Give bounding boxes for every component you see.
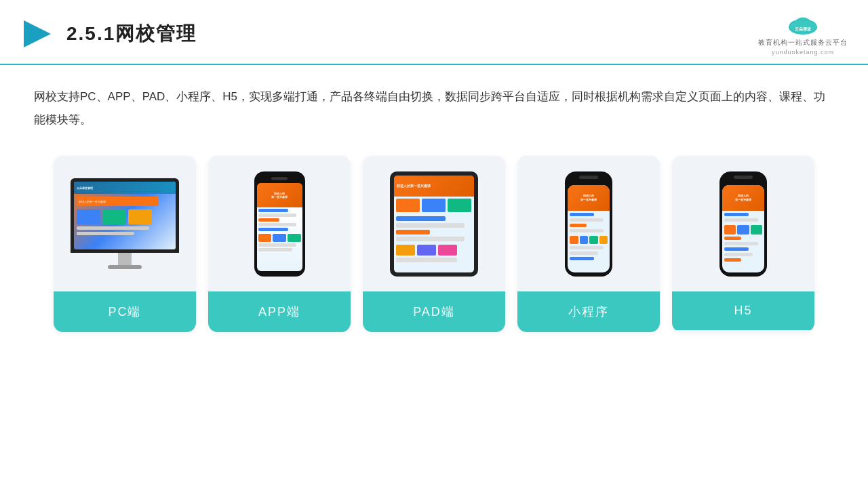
card-app-label: APP端 <box>208 291 351 332</box>
phone-notch <box>271 177 288 180</box>
tablet-body <box>394 197 474 264</box>
logo-subtitle: 教育机构一站式服务云平台 <box>758 38 848 47</box>
tablet-header-text: 职进人的第一堂兴趣课 <box>397 184 431 188</box>
logo-url: yunduoketang.com <box>772 49 834 56</box>
description: 网校支持PC、APP、PAD、小程序、H5，实现多端打通，产品各终端自由切换，数… <box>34 85 834 131</box>
pc-monitor: 云朵课堂管理 职进人的第一堂兴趣课 <box>71 178 179 269</box>
app-phone: 职进人的第一堂兴趣课 <box>254 171 305 277</box>
phone-screen: 职进人的第一堂兴趣课 <box>257 183 302 271</box>
tablet-header: 职进人的第一堂兴趣课 <box>394 176 474 197</box>
h5-phone: 职进人的第一堂兴趣课 <box>719 171 767 277</box>
tablet-mockup: 职进人的第一堂兴趣课 <box>390 171 478 277</box>
page-title: 2.5.1网校管理 <box>66 21 197 47</box>
miniapp-notch <box>579 176 598 179</box>
tablet-screen: 职进人的第一堂兴趣课 <box>394 176 474 272</box>
card-pc: 云朵课堂管理 职进人的第一堂兴趣课 <box>54 156 196 332</box>
h5-notch <box>734 176 753 179</box>
cards-row: 云朵课堂管理 职进人的第一堂兴趣课 <box>34 156 834 332</box>
card-h5: 职进人的第一堂兴趣课 <box>672 156 814 332</box>
logo-icon: 云朵课堂 <box>783 12 823 37</box>
card-miniapp: 职进人的第一堂兴趣课 <box>517 156 660 332</box>
h5-screen-header: 职进人的第一堂兴趣课 <box>722 185 764 211</box>
miniapp-screen: 职进人的第一堂兴趣课 <box>568 185 610 272</box>
content: 网校支持PC、APP、PAD、小程序、H5，实现多端打通，产品各终端自由切换，数… <box>0 65 868 346</box>
header: 2.5.1网校管理 云朵课堂 教育机构一站式服务云平台 yunduoketang… <box>0 0 868 65</box>
h5-header-text: 职进人的第一堂兴趣课 <box>735 194 751 201</box>
phone-header-text: 职进人的第一堂兴趣课 <box>271 192 288 199</box>
card-pc-image: 云朵课堂管理 职进人的第一堂兴趣课 <box>54 156 196 291</box>
miniapp-screen-header: 职进人的第一堂兴趣课 <box>568 185 610 211</box>
card-h5-label: H5 <box>672 291 814 330</box>
header-left: 2.5.1网校管理 <box>20 17 197 51</box>
miniapp-phone: 职进人的第一堂兴趣课 <box>565 171 612 277</box>
h5-screen: 职进人的第一堂兴趣课 <box>722 185 764 272</box>
card-h5-image: 职进人的第一堂兴趣课 <box>672 156 814 291</box>
svg-marker-0 <box>24 20 51 47</box>
phone-screen-body <box>257 207 302 253</box>
miniapp-header-text: 职进人的第一堂兴趣课 <box>580 194 597 201</box>
card-pad-image: 职进人的第一堂兴趣课 <box>363 156 505 291</box>
card-miniapp-image: 职进人的第一堂兴趣课 <box>517 156 660 291</box>
play-icon <box>20 17 54 51</box>
svg-text:云朵课堂: 云朵课堂 <box>795 26 812 31</box>
miniapp-screen-body <box>568 211 610 262</box>
card-pc-label: PC端 <box>54 291 196 332</box>
card-app-image: 职进人的第一堂兴趣课 <box>208 156 351 291</box>
card-pad: 职进人的第一堂兴趣课 <box>363 156 505 332</box>
card-miniapp-label: 小程序 <box>517 291 660 332</box>
h5-screen-body <box>722 211 764 264</box>
card-pad-label: PAD端 <box>363 291 505 332</box>
logo-area: 云朵课堂 教育机构一站式服务云平台 yunduoketang.com <box>758 12 848 56</box>
card-app: 职进人的第一堂兴趣课 <box>208 156 351 332</box>
